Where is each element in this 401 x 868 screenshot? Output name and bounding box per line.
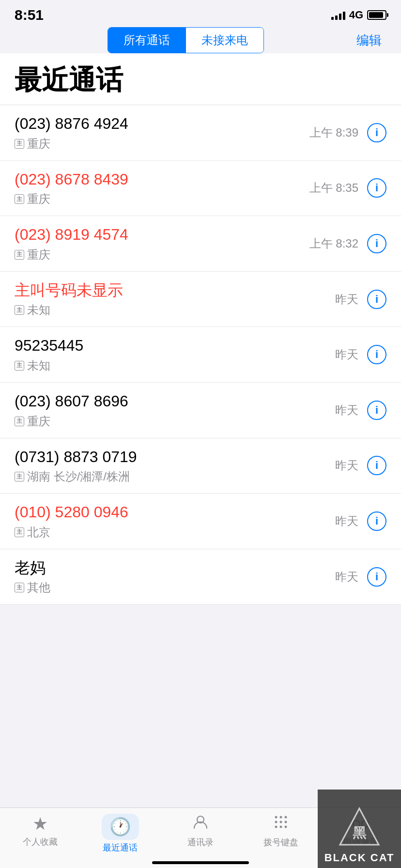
call-location: 未知	[27, 302, 50, 318]
call-time: 昨天	[335, 513, 358, 529]
svg-point-3	[284, 816, 287, 819]
call-list: (023) 8876 4924主重庆上午 8:39i(023) 8678 843…	[0, 105, 401, 604]
call-time: 昨天	[335, 458, 358, 473]
watermark-text: BLACK CAT	[324, 852, 395, 864]
network-type: 4G	[349, 9, 363, 21]
call-number: (023) 8919 4574	[15, 225, 309, 245]
call-time: 昨天	[335, 569, 358, 585]
segment-row: 所有通话 未接来电 编辑	[0, 27, 401, 53]
page-title-area: 最近通话	[0, 53, 401, 105]
svg-point-8	[279, 826, 282, 828]
missed-calls-tab[interactable]: 未接来电	[186, 28, 263, 53]
call-time: 昨天	[335, 347, 358, 362]
call-list-item[interactable]: (010) 5280 0946主北京昨天i	[0, 494, 401, 549]
carrier-icon: 主	[15, 583, 24, 592]
svg-point-5	[279, 821, 282, 823]
call-list-item[interactable]: (0731) 8873 0719主湖南 长沙/湘潭/株洲昨天i	[0, 438, 401, 494]
carrier-icon: 主	[15, 139, 24, 149]
info-button[interactable]: i	[367, 567, 386, 587]
signal-icon	[331, 10, 345, 20]
carrier-icon: 主	[15, 472, 24, 481]
call-list-item[interactable]: (023) 8607 8696主重庆昨天i	[0, 383, 401, 438]
svg-point-6	[284, 821, 287, 823]
tab-contacts[interactable]: 通讯录	[171, 814, 230, 848]
svg-text:黑: 黑	[353, 825, 367, 840]
watermark: 黑 BLACK CAT	[318, 790, 401, 868]
status-bar: 8:51 4G	[0, 0, 401, 27]
call-list-item[interactable]: 老妈主其他昨天i	[0, 549, 401, 605]
tab-contacts-label: 通讯录	[187, 837, 214, 848]
call-time: 上午 8:39	[309, 125, 358, 140]
call-location: 重庆	[27, 414, 50, 429]
carrier-icon: 主	[15, 417, 24, 426]
call-list-item[interactable]: (023) 8678 8439主重庆上午 8:35i	[0, 161, 401, 217]
call-number: (023) 8876 4924	[15, 114, 309, 134]
tab-keypad[interactable]: 拨号键盘	[252, 814, 310, 848]
info-button[interactable]: i	[367, 345, 386, 364]
call-time: 昨天	[335, 403, 358, 418]
edit-button[interactable]: 编辑	[356, 32, 386, 49]
battery-icon	[367, 10, 386, 20]
page-title: 最近通话	[15, 62, 386, 99]
info-button[interactable]: i	[367, 290, 386, 309]
svg-point-1	[275, 816, 277, 819]
tab-recents[interactable]: 🕐 最近通话	[91, 814, 149, 853]
call-list-item[interactable]: 95235445主未知昨天i	[0, 327, 401, 383]
call-list-item[interactable]: (023) 8876 4924主重庆上午 8:39i	[0, 105, 401, 161]
info-button[interactable]: i	[367, 234, 386, 253]
carrier-icon: 主	[15, 250, 24, 260]
call-location: 未知	[27, 358, 50, 373]
svg-point-9	[284, 826, 287, 828]
call-location: 重庆	[27, 191, 50, 207]
svg-point-4	[275, 821, 277, 823]
info-button[interactable]: i	[367, 456, 386, 475]
call-location: 重庆	[27, 247, 50, 263]
recents-icon: 🕐	[109, 817, 131, 837]
call-time: 上午 8:35	[309, 180, 358, 196]
tab-recents-label: 最近通话	[103, 842, 138, 853]
contacts-icon	[192, 814, 209, 835]
call-location: 重庆	[27, 136, 50, 152]
info-button[interactable]: i	[367, 512, 386, 531]
call-number: (010) 5280 0946	[15, 502, 335, 523]
keypad-icon	[273, 814, 289, 835]
tab-favorites-label: 个人收藏	[23, 836, 58, 848]
svg-point-2	[279, 816, 282, 819]
call-time: 昨天	[335, 292, 358, 307]
info-button[interactable]: i	[367, 123, 386, 142]
call-time: 上午 8:32	[309, 236, 358, 251]
status-icons: 4G	[331, 9, 386, 21]
tab-favorites[interactable]: ★ 个人收藏	[11, 814, 69, 848]
call-number: (0731) 8873 0719	[15, 447, 335, 467]
call-number: 主叫号码未显示	[15, 280, 335, 301]
favorites-icon: ★	[32, 814, 48, 834]
call-location: 其他	[27, 580, 50, 595]
info-button[interactable]: i	[367, 178, 386, 198]
info-button[interactable]: i	[367, 401, 386, 420]
carrier-icon: 主	[15, 194, 24, 204]
all-calls-tab[interactable]: 所有通话	[108, 28, 186, 53]
call-location: 湖南 长沙/湘潭/株洲	[27, 469, 130, 484]
call-number: (023) 8607 8696	[15, 391, 335, 412]
call-number: 95235445	[15, 336, 335, 356]
svg-point-7	[275, 826, 277, 828]
carrier-icon: 主	[15, 527, 24, 537]
tab-keypad-label: 拨号键盘	[263, 837, 298, 848]
home-indicator	[152, 861, 249, 864]
call-number: (023) 8678 8439	[15, 170, 309, 190]
call-list-item[interactable]: (023) 8919 4574主重庆上午 8:32i	[0, 216, 401, 272]
call-location: 北京	[27, 525, 50, 540]
call-list-item[interactable]: 主叫号码未显示主未知昨天i	[0, 272, 401, 327]
carrier-icon: 主	[15, 305, 24, 315]
segment-control: 所有通话 未接来电	[108, 27, 264, 53]
status-time: 8:51	[15, 7, 44, 23]
call-number: 老妈	[15, 558, 335, 578]
carrier-icon: 主	[15, 361, 24, 371]
